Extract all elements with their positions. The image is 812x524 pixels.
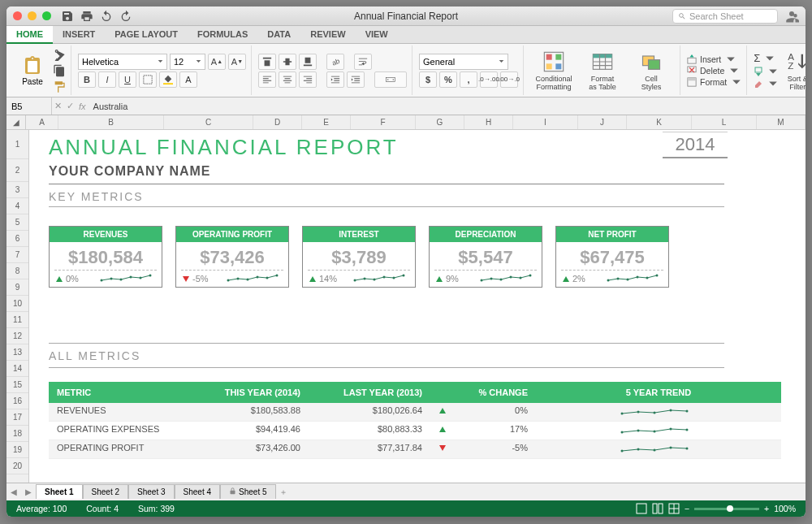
column-header[interactable]: G bbox=[416, 115, 464, 129]
row-header[interactable]: 13 bbox=[6, 344, 28, 361]
page-break-view-icon[interactable] bbox=[668, 503, 680, 514]
fx-button[interactable]: fx bbox=[76, 102, 89, 111]
format-as-table-button[interactable]: Format as Table bbox=[579, 45, 626, 95]
add-sheet-button[interactable]: ＋ bbox=[276, 487, 291, 498]
sheet-tab[interactable]: Sheet 1 bbox=[36, 484, 83, 499]
currency-button[interactable]: $ bbox=[419, 71, 437, 88]
cancel-formula-button[interactable]: ✕ bbox=[52, 101, 64, 111]
italic-button[interactable]: I bbox=[98, 71, 116, 88]
align-bottom-button[interactable] bbox=[299, 54, 317, 70]
format-cells-button[interactable]: Format bbox=[687, 77, 741, 87]
cell-styles-button[interactable]: Cell Styles bbox=[628, 45, 675, 95]
align-left-button[interactable] bbox=[258, 71, 276, 88]
tab-home[interactable]: HOME bbox=[6, 26, 53, 44]
row-header[interactable]: 16 bbox=[6, 393, 28, 409]
row-header[interactable]: 3 bbox=[6, 182, 28, 198]
number-format-select[interactable]: General bbox=[419, 54, 508, 70]
decrease-decimal-button[interactable]: .00→.0 bbox=[500, 71, 518, 88]
font-name-select[interactable]: Helvetica bbox=[78, 54, 167, 70]
tab-insert[interactable]: INSERT bbox=[53, 26, 105, 43]
align-right-button[interactable] bbox=[299, 71, 317, 88]
row-header[interactable]: 17 bbox=[6, 409, 28, 426]
tab-data[interactable]: DATA bbox=[257, 26, 300, 43]
delete-cells-button[interactable]: Delete bbox=[687, 66, 741, 76]
fill-color-button[interactable] bbox=[159, 71, 177, 88]
paste-button[interactable]: Paste bbox=[15, 54, 50, 86]
percent-button[interactable]: % bbox=[439, 71, 457, 88]
zoom-slider[interactable] bbox=[694, 508, 759, 510]
sheet-tab[interactable]: Sheet 2 bbox=[83, 484, 128, 499]
row-header[interactable]: 18 bbox=[6, 426, 28, 442]
row-header[interactable]: 9 bbox=[6, 279, 28, 296]
increase-indent-button[interactable] bbox=[347, 71, 365, 88]
row-header[interactable]: 19 bbox=[6, 442, 28, 458]
decrease-font-button[interactable]: A▼ bbox=[228, 54, 246, 70]
border-button[interactable] bbox=[139, 71, 157, 88]
increase-decimal-button[interactable]: .0→.00 bbox=[480, 71, 498, 88]
decrease-indent-button[interactable] bbox=[326, 71, 344, 88]
row-header[interactable]: 15 bbox=[6, 377, 28, 393]
tab-formulas[interactable]: FORMULAS bbox=[188, 26, 257, 43]
row-header[interactable]: 6 bbox=[6, 231, 28, 247]
row-header[interactable]: 10 bbox=[6, 296, 28, 312]
minimize-window-button[interactable] bbox=[28, 11, 37, 20]
align-center-button[interactable] bbox=[279, 71, 296, 88]
sheet-tab[interactable]: Sheet 5 bbox=[220, 484, 275, 499]
print-icon[interactable] bbox=[80, 10, 93, 23]
font-size-select[interactable]: 12 bbox=[170, 54, 205, 70]
tab-view[interactable]: VIEW bbox=[356, 26, 398, 43]
accept-formula-button[interactable]: ✓ bbox=[64, 101, 76, 111]
prev-sheet-button[interactable]: ◀ bbox=[6, 487, 21, 496]
column-header[interactable]: B bbox=[58, 115, 164, 129]
column-header[interactable]: D bbox=[253, 115, 302, 129]
row-header[interactable]: 20 bbox=[6, 458, 28, 474]
format-painter-icon[interactable] bbox=[53, 80, 66, 93]
row-header[interactable]: 14 bbox=[6, 361, 28, 377]
share-icon[interactable] bbox=[784, 9, 799, 24]
copy-icon[interactable] bbox=[53, 64, 66, 77]
sheet-tab[interactable]: Sheet 3 bbox=[128, 484, 174, 499]
column-header[interactable]: H bbox=[464, 115, 513, 129]
tab-review[interactable]: REVIEW bbox=[300, 26, 355, 43]
orientation-button[interactable]: ab bbox=[326, 54, 344, 70]
merge-button[interactable] bbox=[374, 71, 407, 88]
sheet-canvas[interactable]: ANNUAL FINANCIAL REPORT 2014 YOUR COMPAN… bbox=[29, 130, 806, 483]
column-header[interactable]: I bbox=[513, 115, 578, 129]
underline-button[interactable]: U bbox=[119, 71, 136, 88]
redo-icon[interactable] bbox=[119, 10, 132, 23]
row-header[interactable]: 7 bbox=[6, 247, 28, 263]
sheet-tab[interactable]: Sheet 4 bbox=[175, 484, 220, 499]
select-all-corner[interactable]: ◢ bbox=[6, 115, 26, 129]
formula-input[interactable]: Australia bbox=[89, 102, 133, 111]
search-sheet-input[interactable]: Search Sheet bbox=[672, 9, 778, 24]
clear-button[interactable] bbox=[754, 79, 778, 89]
column-header[interactable]: J bbox=[578, 115, 627, 129]
column-header[interactable]: F bbox=[351, 115, 416, 129]
autosum-button[interactable]: Σ bbox=[754, 52, 778, 64]
undo-icon[interactable] bbox=[100, 10, 113, 23]
comma-button[interactable]: , bbox=[460, 71, 477, 88]
column-header[interactable]: K bbox=[627, 115, 692, 129]
row-header[interactable]: 5 bbox=[6, 214, 28, 231]
conditional-formatting-button[interactable]: Conditional Formatting bbox=[530, 45, 577, 95]
close-window-button[interactable] bbox=[13, 11, 22, 20]
column-header[interactable]: C bbox=[164, 115, 253, 129]
column-header[interactable]: E bbox=[302, 115, 351, 129]
increase-font-button[interactable]: A▲ bbox=[208, 54, 226, 70]
wrap-text-button[interactable] bbox=[354, 54, 372, 70]
row-header[interactable]: 4 bbox=[6, 198, 28, 214]
insert-cells-button[interactable]: Insert bbox=[687, 54, 741, 64]
row-header[interactable]: 2 bbox=[6, 159, 28, 182]
zoom-minus[interactable]: − bbox=[685, 504, 689, 513]
row-header[interactable]: 11 bbox=[6, 312, 28, 328]
row-header[interactable]: 12 bbox=[6, 328, 28, 344]
next-sheet-button[interactable]: ▶ bbox=[21, 487, 36, 496]
name-box[interactable]: B5 bbox=[6, 97, 52, 115]
column-header[interactable]: A bbox=[26, 115, 58, 129]
normal-view-icon[interactable] bbox=[636, 503, 647, 514]
cut-icon[interactable] bbox=[53, 48, 66, 61]
column-header[interactable]: M bbox=[757, 115, 806, 129]
align-middle-button[interactable] bbox=[279, 54, 296, 70]
zoom-plus[interactable]: + bbox=[764, 504, 769, 513]
fill-button[interactable] bbox=[754, 67, 778, 76]
